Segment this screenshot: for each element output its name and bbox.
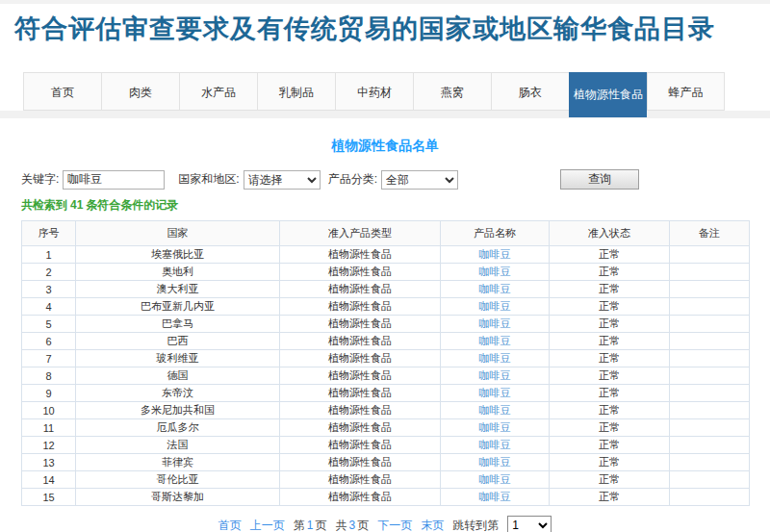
current-page-number: 1 [307, 519, 314, 532]
row-index-cell: 3 [22, 281, 76, 298]
row-index-cell: 8 [22, 367, 76, 385]
food-table: 序号 国家 准入产品类型 产品名称 准入状态 备注 1埃塞俄比亚植物源性食品咖啡… [21, 220, 750, 506]
col-header-index: 序号 [22, 221, 76, 246]
country-select[interactable]: 请选择 [244, 170, 321, 190]
product-link[interactable]: 咖啡豆 [479, 439, 511, 450]
nav-tab-5[interactable]: 燕窝 [413, 72, 491, 111]
product-link[interactable]: 咖啡豆 [479, 473, 511, 485]
row-product-name-cell[interactable]: 咖啡豆 [441, 419, 550, 437]
product-link[interactable]: 咖啡豆 [479, 283, 511, 294]
nav-tab-4[interactable]: 中药材 [335, 72, 413, 111]
table-row: 6巴西植物源性食品咖啡豆正常 [22, 333, 750, 350]
nav-tab-1[interactable]: 肉类 [101, 72, 179, 111]
page-word: 第 [294, 518, 305, 532]
row-index-cell: 15 [22, 489, 76, 506]
row-product-name-cell[interactable]: 咖啡豆 [441, 471, 550, 489]
col-header-product-type: 准入产品类型 [280, 221, 441, 246]
row-country-cell: 澳大利亚 [76, 281, 280, 298]
search-bar: 关键字: 国家和地区: 请选择 产品分类: 全部 查询 [21, 169, 770, 190]
row-status-cell: 正常 [550, 281, 670, 298]
row-product-type-cell: 植物源性食品 [280, 298, 441, 316]
product-link[interactable]: 咖啡豆 [479, 491, 511, 502]
product-link[interactable]: 咖啡豆 [479, 317, 511, 329]
row-remark-cell [670, 350, 750, 367]
page-unit: 页 [316, 518, 327, 532]
nav-tabs: 首页肉类水产品乳制品中药材燕窝肠衣植物源性食品蜂产品 [23, 72, 770, 111]
row-country-cell: 多米尼加共和国 [76, 402, 280, 419]
pagination-next-link[interactable]: 下一页 [377, 518, 412, 532]
row-product-type-cell: 植物源性食品 [280, 454, 441, 471]
table-row: 2奥地利植物源性食品咖啡豆正常 [22, 264, 750, 281]
row-index-cell: 2 [22, 264, 76, 281]
row-product-type-cell: 植物源性食品 [280, 316, 441, 333]
row-country-cell: 巴拿马 [76, 316, 280, 333]
row-product-type-cell: 植物源性食品 [280, 246, 441, 264]
row-status-cell: 正常 [550, 489, 670, 506]
row-product-name-cell[interactable]: 咖啡豆 [441, 333, 550, 350]
nav-tab-6[interactable]: 肠衣 [491, 72, 569, 111]
product-link[interactable]: 咖啡豆 [479, 456, 511, 468]
row-remark-cell [670, 316, 750, 333]
section-title: 植物源性食品名单 [0, 138, 770, 155]
row-remark-cell [670, 385, 750, 402]
keyword-input[interactable] [63, 170, 165, 190]
row-product-name-cell[interactable]: 咖啡豆 [441, 489, 550, 506]
product-link[interactable]: 咖啡豆 [479, 266, 511, 277]
row-status-cell: 正常 [550, 385, 670, 402]
query-button[interactable]: 查询 [560, 169, 639, 190]
row-product-name-cell[interactable]: 咖啡豆 [441, 246, 550, 264]
row-remark-cell [670, 454, 750, 471]
product-link[interactable]: 咖啡豆 [479, 335, 511, 346]
row-product-name-cell[interactable]: 咖啡豆 [441, 437, 550, 454]
row-status-cell: 正常 [550, 246, 670, 264]
product-link[interactable]: 咖啡豆 [479, 248, 511, 260]
pagination-first-link[interactable]: 首页 [218, 518, 242, 532]
product-link[interactable]: 咖啡豆 [479, 421, 511, 433]
product-link[interactable]: 咖啡豆 [479, 300, 511, 312]
pagination-last-link[interactable]: 末页 [421, 518, 444, 532]
product-link[interactable]: 咖啡豆 [479, 369, 511, 381]
nav-tab-3[interactable]: 乳制品 [257, 72, 335, 111]
country-label: 国家和地区: [178, 171, 239, 188]
nav-tab-7-active[interactable]: 植物源性食品 [569, 72, 647, 117]
row-product-name-cell[interactable]: 咖啡豆 [441, 316, 550, 333]
pagination: 首页 上一页 第 1 页 共 3 页 下一页 末页 跳转到第 1 [0, 516, 770, 532]
row-product-type-cell: 植物源性食品 [280, 367, 441, 385]
row-remark-cell [670, 264, 750, 281]
row-product-type-cell: 植物源性食品 [280, 471, 441, 489]
row-product-name-cell[interactable]: 咖啡豆 [441, 454, 550, 471]
row-product-name-cell[interactable]: 咖啡豆 [441, 281, 550, 298]
row-status-cell: 正常 [550, 333, 670, 350]
row-product-name-cell[interactable]: 咖啡豆 [441, 350, 550, 367]
col-header-status: 准入状态 [550, 221, 670, 246]
product-link[interactable]: 咖啡豆 [479, 352, 511, 364]
row-product-name-cell[interactable]: 咖啡豆 [441, 402, 550, 419]
nav-tab-8[interactable]: 蜂产品 [647, 72, 725, 111]
nav-tab-0[interactable]: 首页 [23, 72, 101, 111]
row-product-type-cell: 植物源性食品 [280, 264, 441, 281]
row-product-name-cell[interactable]: 咖啡豆 [441, 264, 550, 281]
row-status-cell: 正常 [550, 367, 670, 385]
category-select[interactable]: 全部 [381, 170, 458, 190]
row-index-cell: 5 [22, 316, 76, 333]
row-index-cell: 7 [22, 350, 76, 367]
row-remark-cell [670, 402, 750, 419]
product-link[interactable]: 咖啡豆 [479, 387, 511, 398]
table-row: 8德国植物源性食品咖啡豆正常 [22, 367, 750, 385]
product-link[interactable]: 咖啡豆 [479, 404, 511, 416]
table-row: 4巴布亚新几内亚植物源性食品咖啡豆正常 [22, 298, 750, 316]
total-word: 共 [336, 518, 347, 532]
row-remark-cell [670, 281, 750, 298]
row-product-name-cell[interactable]: 咖啡豆 [441, 367, 550, 385]
row-country-cell: 菲律宾 [76, 454, 280, 471]
jump-page-select[interactable]: 1 [507, 516, 552, 532]
row-remark-cell [670, 333, 750, 350]
row-remark-cell [670, 367, 750, 385]
row-country-cell: 哥斯达黎加 [76, 489, 280, 506]
nav-tab-2[interactable]: 水产品 [179, 72, 257, 111]
table-header-row: 序号 国家 准入产品类型 产品名称 准入状态 备注 [22, 221, 750, 246]
table-row: 12法国植物源性食品咖啡豆正常 [22, 437, 750, 454]
row-product-name-cell[interactable]: 咖啡豆 [441, 385, 550, 402]
pagination-prev-link[interactable]: 上一页 [250, 518, 285, 532]
row-product-name-cell[interactable]: 咖啡豆 [441, 298, 550, 316]
